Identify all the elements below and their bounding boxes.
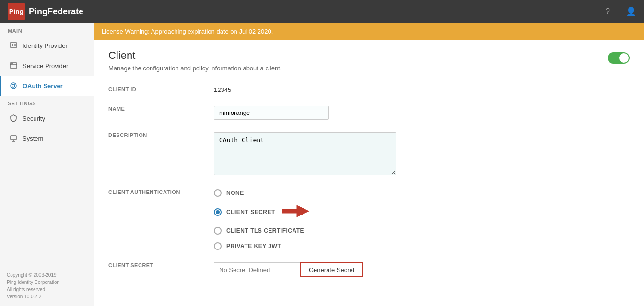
svg-rect-1	[12, 44, 13, 46]
toggle-wrapper[interactable]	[608, 49, 630, 64]
radio-client-tls-circle	[214, 227, 222, 235]
secret-row: Generate Secret	[214, 262, 630, 277]
client-id-label: CLIENT ID	[108, 83, 214, 92]
footer-line2: Ping Identity Corporation	[7, 279, 87, 286]
service-provider-icon	[9, 61, 18, 70]
name-input[interactable]	[214, 106, 329, 120]
sidebar-item-oauth-server[interactable]: OAuth Server	[0, 76, 94, 96]
name-label: NAME	[108, 103, 214, 112]
client-toggle[interactable]	[608, 52, 630, 64]
sidebar-item-security[interactable]: Security	[0, 108, 94, 128]
content-area: License Warning: Approaching expiration …	[94, 23, 644, 306]
svg-rect-10	[11, 136, 16, 140]
sidebar: MAIN Identity Provider	[0, 23, 94, 306]
header: Ping PingFederate ? 👤	[0, 0, 644, 23]
svg-point-9	[12, 84, 15, 87]
radio-client-tls[interactable]: CLIENT TLS CERTIFICATE	[214, 227, 630, 235]
client-secret-row: CLIENT SECRET Generate Secret	[108, 260, 630, 277]
toggle-knob	[619, 53, 629, 63]
main-layout: MAIN Identity Provider	[0, 23, 644, 306]
sidebar-item-identity-provider[interactable]: Identity Provider	[0, 35, 94, 56]
client-id-row: CLIENT ID 12345	[108, 83, 630, 93]
name-row: NAME	[108, 103, 630, 120]
logo-ping-text: Ping	[9, 8, 23, 15]
radio-client-secret-label: CLIENT SECRET	[226, 209, 275, 215]
client-auth-row: CLIENT AUTHENTICATION NONE CLIENT SECRET	[108, 186, 630, 250]
sidebar-item-service-provider[interactable]: Service Provider	[0, 56, 94, 76]
footer-line3: All rights reserved	[7, 286, 87, 293]
sidebar-label-security: Security	[23, 115, 45, 122]
svg-marker-13	[282, 205, 309, 217]
radio-none-circle	[214, 189, 222, 197]
security-icon	[9, 114, 18, 123]
page-title: Client	[108, 49, 281, 62]
footer-line4: Version 10.0.2.2	[7, 293, 87, 300]
content-inner: Client Manage the configuration and poli…	[94, 40, 644, 296]
client-secret-field: Generate Secret	[214, 260, 630, 277]
radio-private-key-label: PRIVATE KEY JWT	[226, 243, 281, 249]
sidebar-label-identity-provider: Identity Provider	[23, 42, 68, 49]
footer-line1: Copyright © 2003-2019	[7, 272, 87, 279]
radio-private-key[interactable]: PRIVATE KEY JWT	[214, 242, 630, 250]
app-name: PingFederate	[29, 7, 83, 17]
identity-provider-icon	[9, 41, 18, 50]
settings-section-label: SETTINGS	[0, 96, 94, 108]
name-value	[214, 103, 630, 120]
radio-none[interactable]: NONE	[214, 189, 630, 197]
radio-client-secret[interactable]: CLIENT SECRET	[214, 204, 630, 219]
client-id-value: 12345	[214, 83, 630, 93]
sidebar-label-service-provider: Service Provider	[23, 62, 68, 69]
description-textarea[interactable]: OAuth Client	[214, 132, 396, 175]
generate-secret-button[interactable]: Generate Secret	[300, 262, 363, 277]
radio-client-tls-label: CLIENT TLS CERTIFICATE	[226, 227, 304, 234]
logo: Ping PingFederate	[8, 3, 83, 20]
client-auth-label: CLIENT AUTHENTICATION	[108, 186, 214, 195]
main-section-label: MAIN	[0, 23, 94, 35]
client-secret-label: CLIENT SECRET	[108, 260, 214, 268]
sidebar-footer: Copyright © 2003-2019 Ping Identity Corp…	[0, 266, 94, 306]
radio-private-key-circle	[214, 242, 222, 250]
page-subtitle: Manage the configuration and policy info…	[108, 65, 281, 72]
sidebar-label-oauth-server: OAuth Server	[23, 82, 63, 90]
license-banner: License Warning: Approaching expiration …	[94, 23, 644, 40]
user-icon[interactable]: 👤	[626, 6, 636, 17]
header-actions: ? 👤	[605, 6, 636, 17]
description-row: DESCRIPTION OAuth Client	[108, 129, 630, 177]
description-label: DESCRIPTION	[108, 129, 214, 138]
system-icon	[9, 134, 18, 143]
description-value: OAuth Client	[214, 129, 630, 177]
sidebar-item-system[interactable]: System	[0, 128, 94, 148]
client-auth-options: NONE CLIENT SECRET	[214, 186, 630, 250]
radio-none-label: NONE	[226, 190, 244, 196]
secret-input[interactable]	[214, 262, 300, 277]
radio-client-secret-circle	[214, 208, 222, 216]
radio-group: NONE CLIENT SECRET	[214, 189, 630, 250]
oauth-server-icon	[9, 81, 18, 90]
logo-icon: Ping	[8, 3, 25, 20]
arrow-annotation	[280, 204, 309, 219]
help-icon[interactable]: ?	[605, 7, 610, 17]
header-divider	[618, 6, 618, 17]
svg-point-8	[11, 83, 16, 89]
sidebar-label-system: System	[23, 135, 43, 142]
